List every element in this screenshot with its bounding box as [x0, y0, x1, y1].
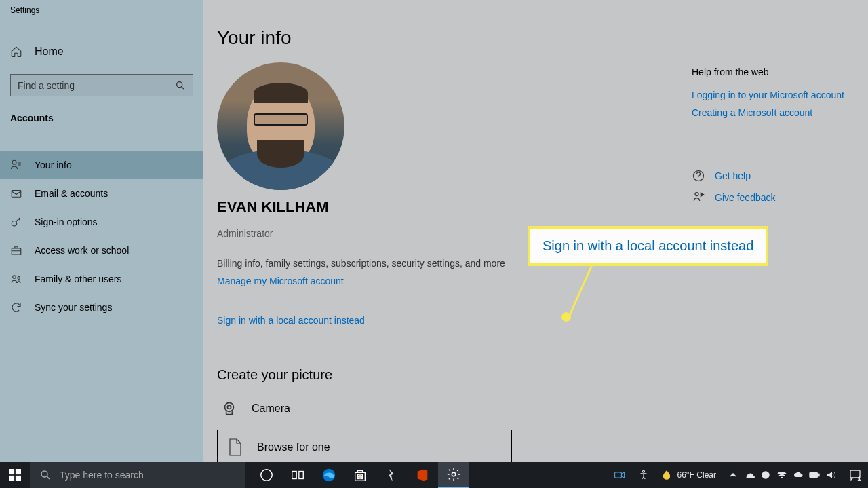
- nav-signin-options[interactable]: Sign-in options: [0, 208, 203, 236]
- svg-point-9: [225, 402, 234, 411]
- home-nav[interactable]: Home: [0, 37, 203, 66]
- sync-icon: [10, 301, 22, 314]
- callout-annotation: Sign in with a local account instead: [528, 226, 768, 266]
- browse-label: Browse for one: [257, 441, 330, 453]
- svg-rect-28: [615, 472, 622, 478]
- tray-location-icon[interactable]: [760, 469, 772, 481]
- help-link-create[interactable]: Creating a Microsoft account: [692, 107, 854, 118]
- svg-point-6: [18, 277, 20, 280]
- taskbar-search[interactable]: Type here to search: [30, 462, 245, 488]
- home-icon: [10, 45, 22, 58]
- svg-point-0: [177, 81, 182, 87]
- svg-rect-16: [16, 476, 21, 481]
- key-icon: [10, 216, 22, 228]
- svg-point-5: [13, 276, 16, 279]
- manage-account-link[interactable]: Manage my Microsoft account: [217, 276, 344, 286]
- tray-cloud-icon[interactable]: [792, 469, 804, 481]
- svg-point-29: [643, 470, 645, 472]
- tray-chevron-icon[interactable]: [727, 469, 739, 481]
- system-tray[interactable]: [722, 462, 842, 488]
- app-icon[interactable]: [376, 462, 407, 488]
- feedback-icon: [692, 191, 705, 204]
- create-picture-title: Create your picture: [217, 367, 692, 383]
- svg-point-10: [227, 405, 231, 409]
- camera-icon: [220, 400, 238, 417]
- windows-icon: [9, 469, 21, 481]
- give-feedback-link[interactable]: Give feedback: [692, 191, 854, 204]
- svg-rect-20: [299, 472, 303, 479]
- home-label: Home: [35, 45, 64, 58]
- nav-label: Sign-in options: [35, 217, 98, 227]
- tray-wifi-icon[interactable]: [776, 469, 788, 481]
- browse-button[interactable]: Browse for one: [217, 430, 512, 465]
- nav-label: Email & accounts: [35, 188, 108, 199]
- svg-rect-22: [355, 472, 366, 481]
- svg-rect-2: [12, 191, 21, 198]
- get-help-link[interactable]: Get help: [692, 169, 854, 183]
- office-icon[interactable]: [407, 462, 438, 488]
- search-icon: [39, 469, 52, 481]
- tray-volume-icon[interactable]: [825, 469, 837, 481]
- help-link-login[interactable]: Logging in to your Microsoft account: [692, 90, 854, 100]
- get-help-label: Get help: [715, 170, 751, 181]
- briefcase-icon: [10, 244, 22, 257]
- nav-your-info[interactable]: Your info: [0, 151, 203, 179]
- start-button[interactable]: [0, 462, 30, 488]
- svg-rect-23: [357, 474, 359, 476]
- svg-point-18: [261, 470, 273, 481]
- svg-point-17: [41, 471, 47, 477]
- svg-point-1: [12, 160, 16, 164]
- camera-option[interactable]: Camera: [217, 400, 692, 417]
- weather-temp: 66°F: [677, 470, 694, 480]
- help-icon: [692, 169, 705, 183]
- svg-text:1: 1: [858, 476, 861, 481]
- cortana-icon[interactable]: [251, 462, 282, 488]
- svg-rect-34: [810, 474, 816, 476]
- store-icon[interactable]: [344, 462, 376, 488]
- person-icon: [10, 159, 22, 171]
- nav-label: Family & other users: [35, 274, 121, 284]
- svg-rect-26: [361, 477, 363, 479]
- svg-rect-33: [818, 474, 819, 476]
- help-title: Help from the web: [692, 67, 854, 77]
- svg-rect-15: [9, 476, 14, 481]
- sidebar: Settings Home Accounts Your info Email &…: [0, 0, 203, 462]
- task-view-icon[interactable]: [282, 462, 313, 488]
- callout-text: Sign in with a local account instead: [542, 238, 753, 253]
- nav-label: Your info: [35, 159, 72, 170]
- search-box[interactable]: [10, 74, 193, 96]
- taskbar-search-placeholder: Type here to search: [60, 470, 144, 481]
- svg-rect-4: [12, 248, 21, 255]
- nav-label: Sync your settings: [35, 302, 112, 313]
- svg-rect-13: [9, 469, 14, 474]
- weather-cond: Clear: [696, 470, 716, 480]
- accessibility-icon[interactable]: [632, 462, 655, 488]
- section-header: Accounts: [0, 105, 203, 132]
- svg-rect-24: [361, 474, 363, 476]
- feedback-label: Give feedback: [715, 192, 776, 203]
- search-input[interactable]: [18, 80, 175, 91]
- envelope-icon: [10, 187, 22, 200]
- nav-access-work-school[interactable]: Access work or school: [0, 236, 203, 265]
- edge-icon[interactable]: [313, 462, 344, 488]
- meet-now-icon[interactable]: [608, 462, 632, 488]
- svg-point-12: [695, 193, 698, 196]
- signin-local-link[interactable]: Sign in with a local account instead: [217, 315, 365, 326]
- svg-rect-25: [357, 477, 359, 479]
- taskbar: Type here to search 66°F Clear: [0, 462, 868, 488]
- svg-point-27: [452, 472, 456, 476]
- tray-onedrive-icon[interactable]: [743, 469, 755, 481]
- people-icon: [10, 273, 22, 285]
- nav-email-accounts[interactable]: Email & accounts: [0, 179, 203, 208]
- notifications-icon[interactable]: 1: [842, 462, 868, 488]
- settings-taskbar-icon[interactable]: [438, 462, 469, 488]
- user-avatar: [217, 62, 344, 190]
- window-title: Settings: [10, 5, 39, 15]
- nav-sync-settings[interactable]: Sync your settings: [0, 293, 203, 322]
- svg-rect-14: [16, 469, 21, 474]
- callout-dot: [561, 312, 571, 322]
- nav-family-users[interactable]: Family & other users: [0, 265, 203, 293]
- user-name: EVAN KILLHAM: [217, 198, 692, 216]
- tray-battery-icon[interactable]: [808, 469, 821, 481]
- weather-widget[interactable]: 66°F Clear: [655, 462, 722, 488]
